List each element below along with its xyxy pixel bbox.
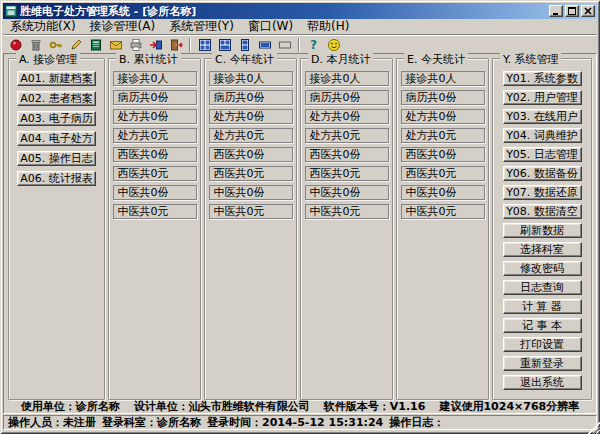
stat-field: 处方共0元 [113, 128, 197, 143]
stat-field: 接诊共0人 [209, 71, 293, 86]
cascade-windows-icon [218, 38, 232, 52]
close-icon [584, 7, 592, 15]
stat-field: 处方共0份 [113, 109, 197, 124]
stat-field: 处方共0元 [305, 128, 389, 143]
stat-field: 处方共0份 [305, 109, 389, 124]
status-operation-log: 操作日志： [389, 415, 444, 430]
button-data-clear[interactable]: Y08. 数据清空 [503, 204, 582, 219]
button-relogin[interactable]: 重新登录 [503, 356, 582, 371]
stat-field: 中医共0份 [209, 185, 293, 200]
group-month-stats: D. 本月统计 接诊共0人 病历共0份 处方共0份 处方共0元 西医共0份 西医… [300, 58, 393, 400]
button-calculator[interactable]: 计 算 器 [503, 299, 582, 314]
app-icon [5, 5, 17, 17]
button-exit-system[interactable]: 退出系统 [503, 375, 582, 390]
statusbar: 操作人员：未注册 登录科室：诊所名称 登录时间：2014-5-12 15:31:… [3, 415, 597, 430]
group-today-stats: E. 今天统计 接诊共0人 病历共0份 处方共0份 处方共0元 西医共0份 西医… [396, 58, 489, 400]
window-title: 胜维电子处方管理系统 - [诊所名称] [20, 4, 196, 19]
button-notepad[interactable]: 记 事 本 [503, 318, 582, 333]
app-window: 胜维电子处方管理系统 - [诊所名称] 系统功能(X) 接诊管理(A) 系统管理… [0, 0, 600, 434]
button-change-password[interactable]: 修改密码 [503, 261, 582, 276]
group-title: B. 累计统计 [116, 52, 181, 67]
stat-field: 病历共0份 [305, 90, 389, 105]
minimize-all-button[interactable] [275, 37, 294, 53]
export-data-button[interactable] [146, 37, 165, 53]
footer-resolution-hint: 建议使用1024×768分辨率 [439, 400, 579, 413]
button-refresh-data[interactable]: 刷新数据 [503, 223, 582, 238]
print-button[interactable] [126, 37, 145, 53]
medical-record-icon [89, 38, 103, 52]
group-cumulative-stats: B. 累计统计 接诊共0人 病历共0份 处方共0份 处方共0元 西医共0份 西医… [108, 58, 201, 400]
stat-field: 处方共0份 [209, 109, 293, 124]
tile-windows-button[interactable] [195, 37, 214, 53]
button-new-archive[interactable]: A01. 新建档案 [17, 71, 96, 86]
minimize-icon [552, 7, 560, 15]
tile-horizontal-button[interactable] [255, 37, 274, 53]
minimize-button[interactable] [549, 5, 563, 17]
resize-grip[interactable] [587, 421, 600, 434]
exit-button[interactable] [166, 37, 185, 53]
footer-design-unit: 设计单位：汕头市胜维软件有限公司 [134, 400, 310, 413]
button-log-query[interactable]: 日志查询 [503, 280, 582, 295]
new-record-button[interactable] [6, 37, 25, 53]
menu-help[interactable]: 帮助(H) [300, 19, 356, 34]
menu-window[interactable]: 窗口(W) [241, 19, 300, 34]
button-data-restore[interactable]: Y07. 数据还原 [503, 185, 582, 200]
tile-horizontal-icon [258, 38, 272, 52]
key-button[interactable] [46, 37, 65, 53]
menu-system-functions[interactable]: 系统功能(X) [3, 19, 83, 34]
footer-use-unit: 使用单位：诊所名称 [21, 400, 120, 413]
stat-field: 中医共0份 [113, 185, 197, 200]
stat-field: 西医共0份 [401, 147, 485, 162]
button-statistics-report[interactable]: A06. 统计报表 [17, 171, 96, 186]
button-select-department[interactable]: 选择科室 [503, 242, 582, 257]
archive-icon [29, 38, 43, 52]
button-electronic-medical-record[interactable]: A03. 电子病历 [17, 111, 96, 126]
medical-record-button[interactable] [86, 37, 105, 53]
button-print-settings[interactable]: 打印设置 [503, 337, 582, 352]
stat-field: 接诊共0人 [305, 71, 389, 86]
button-patient-archive[interactable]: A02. 患者档案 [17, 91, 96, 106]
group-year-stats: C. 今年统计 接诊共0人 病历共0份 处方共0份 处方共0元 西医共0份 西医… [204, 58, 297, 400]
button-dictionary-maintenance[interactable]: Y04. 词典维护 [503, 128, 582, 143]
group-reception-management: A. 接诊管理 A01. 新建档案 A02. 患者档案 A03. 电子病历 A0… [8, 58, 105, 400]
stat-field: 中医共0元 [113, 204, 197, 219]
about-button[interactable] [324, 37, 343, 53]
group-title: C. 今年统计 [212, 52, 277, 67]
group-system-management: Y. 系统管理 Y01. 系统参数 Y02. 用户管理 Y03. 在线用户 Y0… [492, 58, 592, 400]
status-operator: 操作人员：未注册 [8, 415, 96, 430]
close-button[interactable] [581, 5, 595, 17]
footer-info: 使用单位：诊所名称设计单位：汕头市胜维软件有限公司软件版本号：V1.16建议使用… [4, 399, 596, 412]
menu-system-management[interactable]: 系统管理(Y) [162, 19, 241, 34]
stat-field: 西医共0元 [401, 166, 485, 181]
help-button[interactable]: ? [304, 37, 323, 53]
cascade-windows-button[interactable] [215, 37, 234, 53]
titlebar: 胜维电子处方管理系统 - [诊所名称] [3, 3, 597, 19]
stat-field: 中医共0份 [305, 185, 389, 200]
help-icon: ? [310, 38, 317, 52]
stat-field: 西医共0元 [305, 166, 389, 181]
button-online-users[interactable]: Y03. 在线用户 [503, 109, 582, 124]
maximize-button[interactable] [565, 5, 579, 17]
toolbar: ? [3, 34, 597, 53]
footer-version: 软件版本号：V1.16 [324, 400, 426, 413]
stat-field: 西医共0份 [113, 147, 197, 162]
button-system-parameters[interactable]: Y01. 系统参数 [503, 71, 582, 86]
status-login-department: 登录科室：诊所名称 [102, 415, 201, 430]
export-data-icon [149, 38, 163, 52]
button-electronic-prescription[interactable]: A04. 电子处方 [17, 131, 96, 146]
edit-button[interactable] [66, 37, 85, 53]
group-title: D. 本月统计 [308, 52, 373, 67]
archive-button[interactable] [26, 37, 45, 53]
button-user-management[interactable]: Y02. 用户管理 [503, 90, 582, 105]
tile-vertical-button[interactable] [235, 37, 254, 53]
prescription-button[interactable] [106, 37, 125, 53]
button-data-backup[interactable]: Y06. 数据备份 [503, 166, 582, 181]
menu-reception-management[interactable]: 接诊管理(A) [83, 19, 163, 34]
mdi-client-area: A. 接诊管理 A01. 新建档案 A02. 患者档案 A03. 电子病历 A0… [3, 53, 597, 414]
button-operation-log[interactable]: A05. 操作日志 [17, 151, 96, 166]
tile-windows-icon [198, 38, 212, 52]
tile-vertical-icon [238, 38, 252, 52]
exit-icon [169, 38, 183, 52]
button-log-management[interactable]: Y05. 日志管理 [503, 147, 582, 162]
stat-field: 西医共0份 [305, 147, 389, 162]
